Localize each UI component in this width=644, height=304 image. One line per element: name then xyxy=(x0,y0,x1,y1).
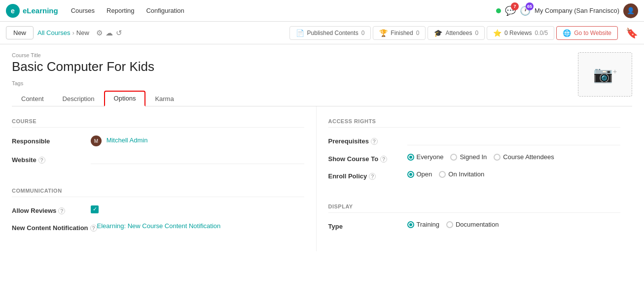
new-content-notification-row: New Content Notification ? Elearning: Ne… xyxy=(12,222,304,232)
website-label: Go to Website xyxy=(574,30,611,36)
course-photo-upload[interactable]: 📷+ xyxy=(578,52,632,97)
enroll-on-invitation[interactable]: On Invitation xyxy=(439,170,484,178)
radio-signed-in-icon xyxy=(450,154,457,161)
user-avatar[interactable]: 👤 xyxy=(623,3,638,18)
breadcrumb-bar: New All Courses › New ⚙ ☁ ↺ 📄 Published … xyxy=(0,22,644,44)
course-section-header: COURSE xyxy=(12,118,304,128)
menu-reporting[interactable]: Reporting xyxy=(102,5,139,16)
left-section: COURSE Responsible M Mitchell Admin Webs… xyxy=(12,106,317,251)
show-course-everyone[interactable]: Everyone xyxy=(407,153,444,161)
messages-button[interactable]: 💬 7 xyxy=(505,5,516,16)
breadcrumb-separator: › xyxy=(72,29,74,36)
logo-icon: e xyxy=(6,4,20,18)
enroll-policy-radio-group: Open On Invitation xyxy=(407,170,621,178)
company-selector[interactable]: My Company (San Francisco) xyxy=(535,7,619,14)
stat-buttons: 📄 Published Contents 0 🏆 Finished 0 🎓 At… xyxy=(289,26,618,40)
finished-icon: 🏆 xyxy=(379,29,388,37)
finished-btn[interactable]: 🏆 Finished 0 xyxy=(373,26,426,40)
menu-configuration[interactable]: Configuration xyxy=(141,5,189,16)
published-contents-btn[interactable]: 📄 Published Contents 0 xyxy=(289,26,371,40)
responsible-name-link[interactable]: Mitchell Admin xyxy=(107,136,148,144)
discard-icon[interactable]: ↺ xyxy=(116,29,122,37)
type-documentation[interactable]: Documentation xyxy=(446,221,499,228)
bookmark-icon[interactable]: 🔖 xyxy=(626,27,638,39)
reviews-score: 0.0/5 xyxy=(535,30,548,36)
website-field-row: Website ? xyxy=(12,154,304,164)
top-right-actions: 💬 7 🕐 65 My Company (San Francisco) 👤 xyxy=(496,3,638,18)
type-label: Type xyxy=(328,221,407,230)
form-body: COURSE Responsible M Mitchell Admin Webs… xyxy=(12,106,632,251)
right-section: ACCESS RIGHTS Prerequisites ? Show Cours… xyxy=(317,106,633,251)
radio-training-icon xyxy=(407,221,414,228)
radio-invitation-label: On Invitation xyxy=(448,170,484,178)
new-content-help-icon[interactable]: ? xyxy=(90,225,97,232)
enroll-policy-help-icon[interactable]: ? xyxy=(369,173,376,180)
radio-invitation-icon xyxy=(439,171,446,178)
attendees-count: 0 xyxy=(475,30,478,36)
checkbox-checked-icon[interactable]: ✓ xyxy=(91,205,99,213)
enroll-policy-row: Enroll Policy ? Open On Invitation xyxy=(328,170,621,180)
tab-karma[interactable]: Karma xyxy=(145,91,183,106)
go-to-website-btn[interactable]: 🌐 Go to Website xyxy=(556,26,618,40)
radio-attendees-label: Course Attendees xyxy=(503,153,554,161)
finished-count: 0 xyxy=(416,30,420,36)
radio-documentation-icon xyxy=(446,221,453,228)
allow-reviews-checkbox[interactable]: ✓ xyxy=(91,205,304,213)
access-rights-header: ACCESS RIGHTS xyxy=(328,118,621,128)
website-help-icon[interactable]: ? xyxy=(38,157,45,164)
tab-options[interactable]: Options xyxy=(104,91,146,106)
allow-reviews-row: Allow Reviews ? ✓ xyxy=(12,205,304,214)
display-section-header: DISPLAY xyxy=(328,203,621,213)
online-status-dot xyxy=(496,8,501,13)
type-radio-group: Training Documentation xyxy=(407,221,621,228)
tab-description[interactable]: Description xyxy=(53,91,104,106)
enroll-policy-label: Enroll Policy ? xyxy=(328,170,407,180)
prerequisites-input[interactable] xyxy=(407,135,621,145)
radio-attendees-icon xyxy=(494,154,501,161)
type-training[interactable]: Training xyxy=(407,221,439,228)
responsible-value: M Mitchell Admin xyxy=(91,135,304,146)
type-row: Type Training Documentation xyxy=(328,221,621,230)
breadcrumb-all-courses[interactable]: All Courses xyxy=(37,29,70,36)
cloud-save-icon[interactable]: ☁ xyxy=(106,29,113,37)
show-course-radio-group: Everyone Signed In Course Attendees xyxy=(407,153,621,161)
attendees-btn[interactable]: 🎓 Attendees 0 xyxy=(428,26,485,40)
app-logo[interactable]: e eLearning xyxy=(6,4,58,18)
attendees-icon: 🎓 xyxy=(434,29,442,37)
prerequisites-help-icon[interactable]: ? xyxy=(371,138,378,145)
website-input[interactable] xyxy=(91,154,304,164)
form-tabs: Content Description Options Karma xyxy=(12,91,632,106)
menu-courses[interactable]: Courses xyxy=(66,5,100,16)
course-title-field[interactable]: Basic Computer For Kids xyxy=(12,59,160,74)
app-name: eLearning xyxy=(23,6,58,15)
tab-content[interactable]: Content xyxy=(12,91,53,106)
show-course-signed-in[interactable]: Signed In xyxy=(450,153,487,161)
allow-reviews-help-icon[interactable]: ? xyxy=(58,207,65,214)
published-label: Published Contents xyxy=(307,30,358,36)
radio-signed-in-label: Signed In xyxy=(460,153,487,161)
show-course-help-icon[interactable]: ? xyxy=(380,156,387,163)
activities-count: 65 xyxy=(526,2,534,10)
reviews-btn[interactable]: ⭐ 0 Reviews 0.0/5 xyxy=(487,26,554,40)
website-icon: 🌐 xyxy=(563,29,571,37)
show-course-to-options: Everyone Signed In Course Attendees xyxy=(407,153,621,161)
finished-label: Finished xyxy=(391,30,413,36)
communication-section-header: COMMUNICATION xyxy=(12,188,304,197)
prerequisites-label: Prerequisites ? xyxy=(328,135,407,145)
responsible-avatar: M xyxy=(91,135,102,146)
activities-button[interactable]: 🕐 65 xyxy=(520,5,531,16)
responsible-label: Responsible xyxy=(12,135,91,145)
top-navigation: e eLearning Courses Reporting Configurat… xyxy=(0,0,644,22)
radio-training-label: Training xyxy=(417,221,439,228)
responsible-field-row: Responsible M Mitchell Admin xyxy=(12,135,304,146)
enroll-open[interactable]: Open xyxy=(407,170,432,178)
radio-open-icon xyxy=(407,171,414,178)
new-content-link[interactable]: Elearning: New Course Content Notificati… xyxy=(97,222,221,230)
record-actions: ⚙ ☁ ↺ xyxy=(96,29,122,37)
new-button[interactable]: New xyxy=(6,26,34,39)
new-content-value: Elearning: New Course Content Notificati… xyxy=(97,222,304,230)
published-count: 0 xyxy=(361,30,365,36)
settings-icon[interactable]: ⚙ xyxy=(96,29,103,37)
show-course-attendees[interactable]: Course Attendees xyxy=(494,153,554,161)
published-icon: 📄 xyxy=(296,29,304,37)
